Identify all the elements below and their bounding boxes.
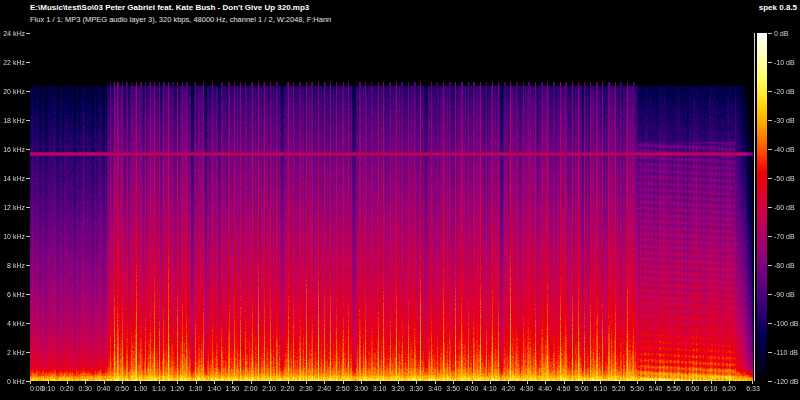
time-tick-label: 3:50: [446, 385, 460, 392]
freq-tick-label: 24 kHz: [1, 30, 25, 37]
time-tick: [177, 381, 178, 384]
time-tick: [67, 381, 68, 384]
time-tick: [324, 381, 325, 384]
db-tick: [768, 207, 772, 208]
freq-tick: [26, 62, 30, 63]
time-tick-label: 5:50: [667, 385, 681, 392]
freq-tick-label: 22 kHz: [1, 59, 25, 66]
time-tick-label: 3:00: [354, 385, 368, 392]
time-tick: [545, 381, 546, 384]
time-tick: [85, 381, 86, 384]
time-tick-label: 3:10: [373, 385, 387, 392]
db-tick-label: -50 dB: [774, 175, 795, 182]
freq-tick: [26, 178, 30, 179]
time-tick-label: 5:40: [649, 385, 663, 392]
freq-tick-label: 20 kHz: [1, 88, 25, 95]
freq-tick: [26, 236, 30, 237]
time-tick-label: 4:20: [502, 385, 516, 392]
legend-gradient-bar: [757, 33, 767, 381]
time-tick: [752, 381, 753, 384]
db-tick-label: -120 dB: [774, 378, 799, 385]
time-tick-label: 5:20: [612, 385, 626, 392]
time-end-label: 6:33: [746, 385, 760, 392]
db-tick: [768, 178, 772, 179]
time-tick: [306, 381, 307, 384]
time-tick-label: 1:40: [207, 385, 221, 392]
db-tick: [768, 91, 772, 92]
time-tick: [159, 381, 160, 384]
freq-tick: [26, 323, 30, 324]
time-tick-label: 3:20: [391, 385, 405, 392]
time-tick: [711, 381, 712, 384]
file-path-title: E:\Music\test\So\03 Peter Gabriel feat. …: [30, 3, 309, 12]
freq-tick: [26, 207, 30, 208]
time-tick-label: 4:40: [538, 385, 552, 392]
legend-separator-line: [754, 33, 755, 381]
freq-tick: [26, 33, 30, 34]
time-tick-label: 6:00: [685, 385, 699, 392]
time-tick-label: 4:30: [520, 385, 534, 392]
time-tick: [490, 381, 491, 384]
time-tick: [361, 381, 362, 384]
db-tick-label: -60 dB: [774, 204, 795, 211]
time-tick: [600, 381, 601, 384]
time-tick: [48, 381, 49, 384]
db-tick: [768, 33, 772, 34]
time-tick-label: 2:40: [318, 385, 332, 392]
time-tick-label: 3:40: [428, 385, 442, 392]
freq-tick-label: 16 kHz: [1, 146, 25, 153]
time-tick: [453, 381, 454, 384]
time-tick-label: 2:10: [262, 385, 276, 392]
time-tick: [140, 381, 141, 384]
db-tick: [768, 62, 772, 63]
time-tick-label: 5:10: [593, 385, 607, 392]
time-tick-label: 1:30: [189, 385, 203, 392]
time-tick-label: 5:30: [630, 385, 644, 392]
time-tick: [637, 381, 638, 384]
db-tick-label: 0 dB: [774, 30, 788, 37]
db-tick: [768, 120, 772, 121]
time-tick-label: 0:30: [78, 385, 92, 392]
time-tick: [435, 381, 436, 384]
spectrogram-canvas: [30, 33, 753, 381]
db-tick: [768, 352, 772, 353]
freq-tick-label: 2 kHz: [1, 349, 25, 356]
time-tick-label: 1:10: [152, 385, 166, 392]
db-tick-label: -110 dB: [774, 349, 798, 356]
time-tick-label: 4:50: [557, 385, 571, 392]
db-tick-label: -40 dB: [774, 146, 795, 153]
db-tick-label: -90 dB: [774, 291, 795, 298]
freq-tick-label: 4 kHz: [1, 320, 25, 327]
time-tick: [416, 381, 417, 384]
time-tick: [655, 381, 656, 384]
time-tick-label: 6:10: [704, 385, 718, 392]
time-tick-label: 2:30: [299, 385, 313, 392]
time-tick-label: 1:50: [226, 385, 240, 392]
time-tick: [472, 381, 473, 384]
time-tick-label: 0:20: [60, 385, 74, 392]
time-tick: [343, 381, 344, 384]
app-version-label: spek 0.8.5: [759, 3, 797, 12]
time-tick: [288, 381, 289, 384]
freq-tick: [26, 265, 30, 266]
time-tick: [729, 381, 730, 384]
db-tick-label: -10 dB: [774, 59, 795, 66]
time-tick-label: 1:00: [134, 385, 148, 392]
freq-tick: [26, 91, 30, 92]
time-tick: [508, 381, 509, 384]
db-tick-label: -20 dB: [774, 88, 795, 95]
db-tick: [768, 381, 772, 382]
time-tick: [674, 381, 675, 384]
freq-tick-label: 6 kHz: [1, 291, 25, 298]
db-tick: [768, 236, 772, 237]
time-tick: [251, 381, 252, 384]
time-tick: [692, 381, 693, 384]
freq-tick: [26, 352, 30, 353]
time-tick: [398, 381, 399, 384]
time-tick: [214, 381, 215, 384]
time-tick-label: 0:50: [115, 385, 129, 392]
db-tick: [768, 149, 772, 150]
time-tick: [269, 381, 270, 384]
time-tick: [196, 381, 197, 384]
db-tick-label: -70 dB: [774, 233, 795, 240]
